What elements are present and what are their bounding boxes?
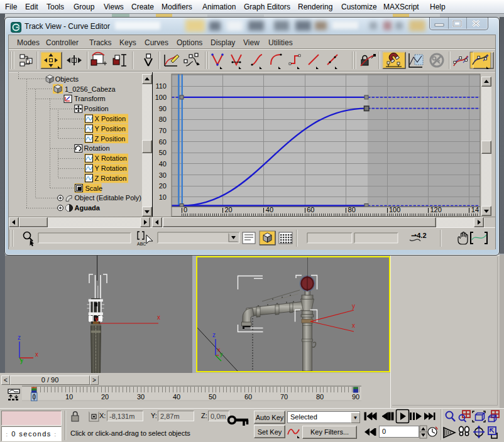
- svg-text:80: 80: [316, 393, 324, 401]
- svg-text:Aguada: Aguada: [75, 204, 101, 212]
- svg-text:60: 60: [244, 393, 252, 401]
- svg-text:80: 80: [348, 206, 356, 213]
- svg-text:0: 0: [184, 206, 187, 213]
- svg-text:90: 90: [159, 105, 167, 112]
- svg-text:50: 50: [209, 393, 216, 401]
- svg-text:40: 40: [173, 393, 180, 401]
- svg-text:X Rotation: X Rotation: [95, 154, 127, 162]
- svg-text:100: 100: [155, 94, 167, 101]
- svg-text:60: 60: [307, 206, 314, 213]
- svg-text:Z Position: Z Position: [95, 135, 126, 143]
- svg-text:80: 80: [159, 116, 167, 123]
- svg-text:20: 20: [159, 182, 167, 190]
- svg-text:30: 30: [159, 171, 167, 179]
- svg-text:y: y: [220, 351, 223, 357]
- svg-text:X Position: X Position: [95, 115, 126, 122]
- svg-text:70: 70: [159, 127, 167, 134]
- svg-text:14: 14: [471, 206, 479, 213]
- svg-text:20: 20: [224, 206, 232, 213]
- svg-text:40: 40: [266, 206, 273, 213]
- svg-text:x: x: [352, 322, 355, 329]
- svg-text:Transform: Transform: [74, 95, 106, 102]
- svg-text:50: 50: [159, 149, 167, 156]
- svg-text:y: y: [352, 303, 355, 310]
- svg-text:60: 60: [159, 138, 167, 146]
- svg-text:Position: Position: [84, 105, 109, 112]
- svg-text:110: 110: [155, 82, 167, 90]
- svg-text:30: 30: [137, 393, 145, 401]
- svg-text:Z Rotation: Z Rotation: [95, 175, 127, 182]
- svg-text:y: y: [95, 316, 98, 322]
- svg-text:Scale: Scale: [85, 185, 103, 192]
- svg-text:10: 10: [65, 393, 73, 401]
- svg-text:90: 90: [352, 393, 359, 401]
- svg-text:40: 40: [159, 160, 167, 168]
- svg-text:x: x: [35, 351, 38, 358]
- svg-text:x: x: [157, 314, 160, 321]
- svg-text:120: 120: [430, 206, 441, 213]
- svg-text:Object (Editable Poly): Object (Editable Poly): [75, 194, 141, 202]
- svg-text:ABC: ABC: [137, 242, 146, 246]
- svg-text:1_0256_Cabeza: 1_0256_Cabeza: [65, 85, 116, 93]
- svg-text:20: 20: [101, 393, 109, 401]
- svg-text:z: z: [18, 334, 21, 341]
- svg-text:70: 70: [280, 393, 288, 401]
- svg-text:⇀4.2: ⇀4.2: [411, 232, 427, 239]
- svg-text:Y Rotation: Y Rotation: [95, 164, 127, 172]
- svg-text:Y Position: Y Position: [95, 125, 126, 132]
- svg-text:Rotation: Rotation: [84, 144, 110, 152]
- svg-text:10: 10: [159, 193, 167, 201]
- svg-text:Objects: Objects: [55, 75, 79, 83]
- svg-text:100: 100: [389, 206, 400, 213]
- svg-text:z: z: [212, 332, 216, 338]
